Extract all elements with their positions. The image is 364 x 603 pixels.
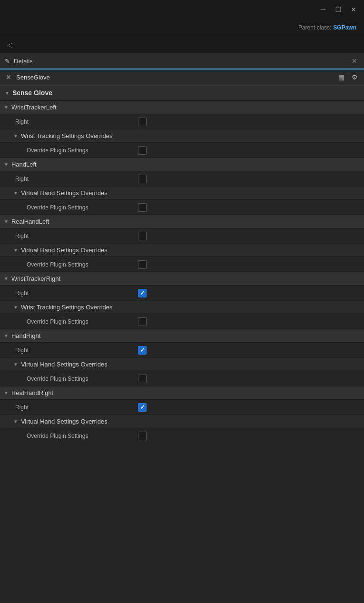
wrist-tracker-right-override-checkbox[interactable]	[137, 316, 148, 327]
hand-right-chevron: ▼	[4, 333, 9, 338]
hand-right-override-checkbox-box	[138, 375, 147, 383]
wrist-tracker-left-header[interactable]: ▼ WristTrackerLeft	[0, 101, 364, 114]
real-hand-right-right-row: Right	[0, 400, 364, 415]
hand-left-chevron: ▼	[4, 162, 9, 167]
hand-left-label: HandLeft	[11, 161, 37, 168]
real-hand-left-right-label: Right	[0, 230, 133, 242]
real-hand-right-override-value	[133, 429, 364, 443]
wrist-tracker-left-right-checkbox[interactable]	[137, 117, 148, 127]
real-hand-left-override-checkbox-box	[138, 260, 147, 269]
parent-class-label: Parent class:	[298, 24, 331, 31]
parent-class-bar: Parent class: SGPawn	[0, 19, 364, 36]
real-hand-right-override-label: Override Plugin Settings	[0, 430, 133, 442]
hand-right-section: ▼ HandRight Right ▼ Virtual Hand Setting…	[0, 329, 364, 386]
wrist-tracker-right-right-row: Right	[0, 286, 364, 301]
settings-button[interactable]: ⚙	[349, 71, 360, 83]
details-header: ✎ Details ✕	[0, 53, 364, 69]
wrist-tracking-settings-chevron: ▼	[13, 133, 18, 138]
hand-right-right-label: Right	[0, 344, 133, 356]
minimize-button[interactable]: ─	[316, 3, 330, 16]
real-hand-right-override-row: Override Plugin Settings	[0, 428, 364, 444]
wrist-tracker-left-override-label: Override Plugin Settings	[0, 144, 133, 157]
real-hand-right-settings-overrides-header[interactable]: ▼ Virtual Hand Settings Overrides	[0, 415, 364, 428]
real-hand-right-right-checkbox[interactable]	[137, 402, 148, 413]
wrist-tracker-left-override-checkbox[interactable]	[137, 145, 148, 156]
hand-right-right-value	[133, 343, 364, 357]
wrist-tracker-right-override-label: Override Plugin Settings	[0, 316, 133, 328]
wrist-tracker-right-right-value	[133, 286, 364, 300]
search-bar: ✕ ▦ ⚙	[0, 69, 364, 85]
wrist-tracker-left-right-label: Right	[0, 116, 133, 128]
close-button[interactable]: ✕	[347, 3, 360, 16]
details-close-button[interactable]: ✕	[350, 56, 359, 66]
real-hand-left-right-checkbox[interactable]	[137, 231, 148, 241]
wrist-tracker-right-settings-overrides-header[interactable]: ▼ Wrist Tracking Settings Overrides	[0, 301, 364, 314]
grid-view-button[interactable]: ▦	[335, 71, 347, 83]
hand-right-override-checkbox[interactable]	[137, 374, 148, 384]
wrist-tracking-settings-overrides-header[interactable]: ▼ Wrist Tracking Settings Overrides	[0, 129, 364, 143]
hand-left-settings-label: Virtual Hand Settings Overrides	[21, 189, 108, 197]
hand-left-settings-chevron: ▼	[13, 190, 18, 196]
hand-left-section: ▼ HandLeft Right ▼ Virtual Hand Settings…	[0, 158, 364, 215]
hand-right-right-checkbox[interactable]	[137, 345, 148, 356]
real-hand-left-right-row: Right	[0, 228, 364, 244]
sense-glove-label: Sense Glove	[12, 89, 52, 97]
search-actions: ▦ ⚙	[335, 71, 360, 83]
hand-left-settings-overrides-header[interactable]: ▼ Virtual Hand Settings Overrides	[0, 187, 364, 200]
real-hand-left-override-row: Override Plugin Settings	[0, 257, 364, 272]
wrist-tracker-left-section: ▼ WristTrackerLeft Right ▼ Wrist Trackin…	[0, 101, 364, 158]
real-hand-right-header[interactable]: ▼ RealHandRight	[0, 386, 364, 400]
real-hand-left-override-checkbox[interactable]	[137, 259, 148, 270]
hand-left-right-value	[133, 172, 364, 186]
real-hand-left-settings-chevron: ▼	[13, 247, 18, 253]
real-hand-right-right-checkbox-box	[138, 403, 147, 412]
wrist-tracker-left-right-row: Right	[0, 114, 364, 129]
real-hand-left-settings-label: Virtual Hand Settings Overrides	[21, 247, 108, 254]
wrist-tracker-right-section: ▼ WristTrackerRight Right ▼ Wrist Tracki…	[0, 272, 364, 329]
wrist-tracker-right-label: WristTrackerRight	[11, 275, 60, 282]
hand-right-label: HandRight	[11, 332, 40, 339]
wrist-tracker-right-settings-chevron: ▼	[13, 305, 18, 310]
content-area[interactable]: ▼ Sense Glove ▼ WristTrackerLeft Right ▼…	[0, 85, 364, 603]
wrist-tracker-left-right-checkbox-box	[138, 118, 147, 126]
search-clear-button[interactable]: ✕	[4, 72, 13, 82]
pencil-icon: ✎	[5, 58, 10, 65]
real-hand-left-settings-overrides-header[interactable]: ▼ Virtual Hand Settings Overrides	[0, 244, 364, 257]
real-hand-left-header[interactable]: ▼ RealHandLeft	[0, 215, 364, 228]
real-hand-right-section: ▼ RealHandRight Right ▼ Virtual Hand Set…	[0, 386, 364, 444]
hand-right-override-value	[133, 372, 364, 386]
real-hand-left-section: ▼ RealHandLeft Right ▼ Virtual Hand Sett…	[0, 215, 364, 272]
maximize-button[interactable]: ❐	[332, 3, 345, 16]
hand-left-right-checkbox-box	[138, 175, 147, 183]
hand-right-override-label: Override Plugin Settings	[0, 373, 133, 385]
real-hand-left-right-value	[133, 229, 364, 243]
wrist-tracker-right-header[interactable]: ▼ WristTrackerRight	[0, 272, 364, 286]
hand-left-override-value	[133, 200, 364, 215]
real-hand-right-right-value	[133, 400, 364, 415]
sense-glove-section-header[interactable]: ▼ Sense Glove	[0, 85, 364, 101]
hand-left-right-checkbox[interactable]	[137, 174, 148, 184]
title-bar: ─ ❐ ✕	[0, 0, 364, 19]
wrist-tracker-left-override-checkbox-box	[138, 146, 147, 155]
back-icon: ◁	[4, 39, 15, 50]
real-hand-right-override-checkbox-box	[138, 432, 147, 440]
hand-left-right-row: Right	[0, 171, 364, 187]
wrist-tracker-right-right-label: Right	[0, 287, 133, 299]
real-hand-right-override-checkbox[interactable]	[137, 431, 148, 441]
search-input[interactable]	[16, 74, 333, 81]
real-hand-left-override-value	[133, 257, 364, 272]
tab-area: ◁	[0, 36, 364, 53]
hand-right-header[interactable]: ▼ HandRight	[0, 329, 364, 343]
hand-right-override-row: Override Plugin Settings	[0, 371, 364, 386]
wrist-tracker-left-right-value	[133, 115, 364, 129]
hand-right-settings-overrides-header[interactable]: ▼ Virtual Hand Settings Overrides	[0, 358, 364, 371]
hand-left-header[interactable]: ▼ HandLeft	[0, 158, 364, 171]
real-hand-left-label: RealHandLeft	[11, 218, 49, 225]
details-title: Details	[14, 58, 346, 65]
wrist-tracker-right-right-checkbox[interactable]	[137, 288, 148, 298]
hand-left-override-checkbox[interactable]	[137, 202, 148, 213]
wrist-tracker-left-chevron: ▼	[4, 105, 9, 110]
hand-left-override-label: Override Plugin Settings	[0, 201, 133, 214]
hand-left-right-label: Right	[0, 173, 133, 185]
wrist-tracker-right-override-value	[133, 315, 364, 329]
